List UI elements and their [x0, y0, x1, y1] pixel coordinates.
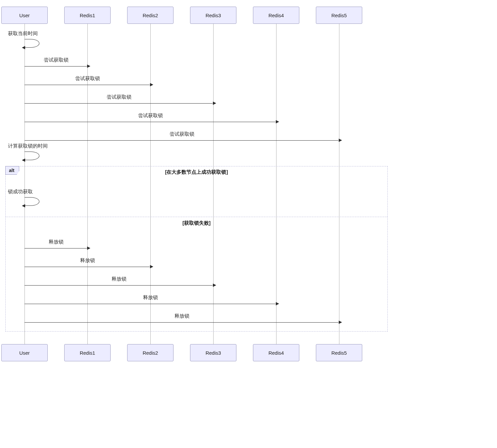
actor-label: Redis1: [80, 13, 95, 18]
actor-redis2-bottom: Redis2: [127, 344, 174, 361]
msg-release-redis5-arrowhead: [339, 321, 342, 324]
alt-divider: [6, 217, 387, 217]
self-msg-calc-time-arrow: [25, 152, 41, 161]
actor-redis5-bottom: Redis5: [316, 344, 362, 361]
actor-label: Redis2: [143, 350, 158, 356]
actor-label: Redis2: [143, 13, 158, 18]
actor-redis3-bottom: Redis3: [190, 344, 236, 361]
msg-release-redis3-line: [25, 285, 213, 286]
actor-label: User: [19, 350, 30, 356]
msg-release-redis4-arrowhead: [276, 302, 279, 305]
msg-acquire-redis1-line: [25, 66, 87, 67]
actor-label: User: [19, 13, 30, 18]
actor-redis4-bottom: Redis4: [253, 344, 299, 361]
msg-release-redis4-label: 释放锁: [143, 294, 158, 301]
actor-label: Redis4: [269, 350, 284, 356]
msg-acquire-redis2-arrowhead: [150, 83, 153, 86]
self-msg-get-time-label: 获取当前时间: [8, 30, 38, 37]
msg-acquire-redis5-line: [25, 140, 338, 141]
alt-tag: alt: [5, 166, 19, 175]
msg-release-redis3-arrowhead: [213, 284, 216, 287]
msg-acquire-redis2-label: 尝试获取锁: [75, 75, 100, 82]
alt-frame: alt[在大多数节点上成功获取锁][获取锁失败]: [5, 166, 388, 332]
actor-label: Redis4: [269, 13, 284, 18]
msg-acquire-redis1-arrowhead: [87, 65, 90, 68]
self-msg-get-time-arrow: [25, 39, 41, 48]
actor-redis5-top: Redis5: [316, 7, 362, 24]
actor-label: Redis3: [206, 350, 221, 356]
actor-user-top: User: [1, 7, 48, 24]
msg-release-redis4-line: [25, 304, 275, 304]
msg-acquire-redis4-line: [25, 122, 275, 122]
msg-release-redis2-label: 释放锁: [80, 257, 95, 264]
msg-release-redis2-arrowhead: [150, 265, 153, 268]
actor-label: Redis5: [331, 350, 347, 356]
msg-release-redis5-line: [25, 322, 338, 323]
msg-acquire-redis5-label: 尝试获取锁: [170, 131, 194, 137]
actor-label: Redis3: [206, 13, 221, 18]
actor-redis4-top: Redis4: [253, 7, 299, 24]
msg-release-redis2-line: [25, 267, 150, 267]
actor-redis2-top: Redis2: [127, 7, 174, 24]
alt-condition-success: [在大多数节点上成功获取锁]: [165, 169, 228, 175]
msg-acquire-redis1-label: 尝试获取锁: [44, 57, 69, 63]
sequence-diagram: UserUserRedis1Redis1Redis2Redis2Redis3Re…: [0, 0, 497, 448]
msg-acquire-redis2-line: [25, 85, 150, 85]
msg-acquire-redis3-label: 尝试获取锁: [107, 94, 131, 100]
actor-label: Redis5: [331, 13, 347, 18]
msg-release-redis3-label: 释放锁: [112, 276, 126, 282]
actor-redis1-top: Redis1: [64, 7, 111, 24]
msg-release-redis1-label: 释放锁: [49, 239, 64, 245]
actor-label: Redis1: [80, 350, 95, 356]
actor-redis3-top: Redis3: [190, 7, 236, 24]
self-msg-calc-time-label: 计算获取锁的时间: [8, 143, 48, 149]
alt-condition-fail: [获取锁失败]: [182, 220, 211, 226]
msg-acquire-redis3-line: [25, 103, 213, 104]
msg-acquire-redis3-arrowhead: [213, 102, 216, 105]
msg-release-redis5-label: 释放锁: [174, 313, 189, 319]
msg-acquire-redis4-arrowhead: [276, 120, 279, 123]
actor-redis1-bottom: Redis1: [64, 344, 111, 361]
msg-acquire-redis5-arrowhead: [339, 139, 342, 142]
msg-acquire-redis4-label: 尝试获取锁: [138, 112, 163, 119]
msg-release-redis1-line: [25, 248, 87, 248]
msg-release-redis1-arrowhead: [87, 246, 90, 250]
actor-user-bottom: User: [1, 344, 48, 361]
